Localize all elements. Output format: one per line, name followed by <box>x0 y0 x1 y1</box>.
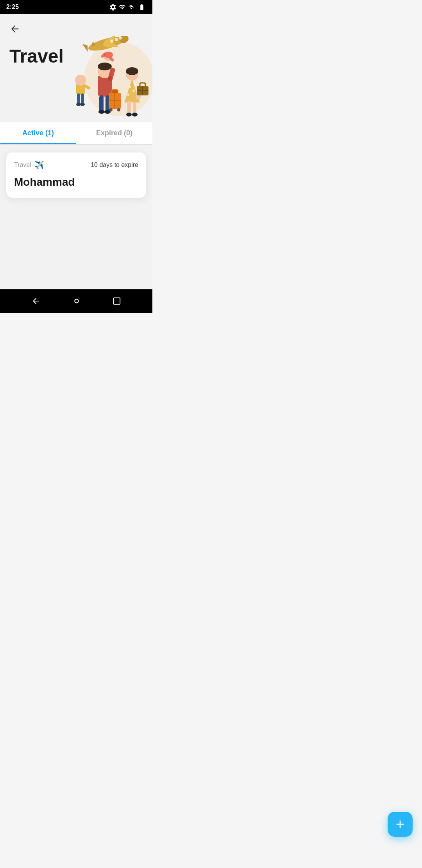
svg-rect-12 <box>77 93 80 104</box>
svg-point-15 <box>80 103 85 106</box>
svg-rect-13 <box>81 93 84 104</box>
cards-area: Travel ✈️ 10 days to expire Mohammad <box>0 145 152 289</box>
svg-point-33 <box>109 108 113 111</box>
nav-back-button[interactable] <box>31 296 41 306</box>
svg-rect-50 <box>142 86 143 95</box>
svg-point-36 <box>129 86 131 88</box>
wifi-icon <box>119 4 126 11</box>
back-button-row <box>0 14 152 36</box>
nav-back-icon <box>31 296 41 306</box>
card-expiry: 10 days to expire <box>91 161 138 169</box>
nav-home-button[interactable] <box>72 297 81 305</box>
card-top-row: Travel ✈️ 10 days to expire <box>14 160 138 170</box>
svg-point-41 <box>126 67 138 75</box>
svg-point-38 <box>127 93 129 96</box>
signal-icon <box>128 4 135 11</box>
card-category: Travel ✈️ <box>14 160 44 170</box>
nav-bar <box>0 289 152 313</box>
gear-icon <box>109 4 116 11</box>
svg-point-39 <box>134 83 136 86</box>
svg-point-11 <box>75 75 86 86</box>
status-time: 2:25 <box>6 4 19 11</box>
card-holder-name: Mohammad <box>14 176 138 188</box>
card-category-label: Travel <box>14 161 31 169</box>
header-section: Travel <box>0 36 152 114</box>
back-button[interactable] <box>8 22 22 36</box>
back-arrow-icon <box>9 23 20 34</box>
status-icons <box>109 4 146 11</box>
svg-point-19 <box>98 63 112 70</box>
svg-rect-52 <box>113 298 120 305</box>
svg-point-37 <box>132 90 135 92</box>
svg-marker-3 <box>82 43 89 53</box>
battery-icon <box>138 4 146 11</box>
nav-recents-button[interactable] <box>113 297 121 305</box>
card-category-icon: ✈️ <box>34 160 44 170</box>
svg-point-51 <box>75 299 78 303</box>
insurance-card[interactable]: Travel ✈️ 10 days to expire Mohammad <box>6 152 146 198</box>
svg-rect-20 <box>99 95 104 112</box>
nav-home-icon <box>72 297 81 305</box>
tabs-container: Active (1) Expired (0) <box>0 122 152 145</box>
main-content: Travel <box>0 14 152 289</box>
tab-active[interactable]: Active (1) <box>0 122 76 144</box>
hero-illustration <box>59 36 152 118</box>
nav-recents-icon <box>113 297 121 305</box>
svg-point-22 <box>98 110 105 114</box>
svg-point-45 <box>132 113 138 117</box>
status-bar: 2:25 <box>0 0 152 14</box>
tab-expired[interactable]: Expired (0) <box>76 122 152 144</box>
svg-rect-42 <box>127 101 131 115</box>
svg-point-44 <box>126 113 132 117</box>
svg-point-34 <box>117 108 120 111</box>
